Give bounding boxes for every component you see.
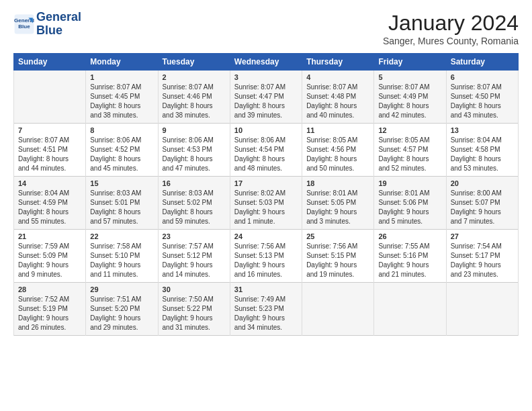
day-info: Sunrise: 8:07 AMSunset: 4:47 PMDaylight:…	[234, 83, 298, 120]
info-line: Sunrise: 8:06 AM	[234, 136, 285, 144]
page-container: General Blue General Blue January 2024 S…	[0, 0, 532, 342]
day-info: Sunrise: 8:05 AMSunset: 4:56 PMDaylight:…	[306, 136, 369, 173]
info-line: Daylight: 9 hours	[451, 261, 501, 269]
info-line: Sunrise: 7:59 AM	[18, 242, 69, 250]
info-line: Sunrise: 8:03 AM	[90, 189, 141, 197]
day-number: 22	[90, 232, 153, 240]
day-info: Sunrise: 8:07 AMSunset: 4:51 PMDaylight:…	[18, 136, 81, 173]
info-line: Sunset: 4:52 PM	[90, 146, 140, 153]
col-saturday: Saturday	[446, 54, 518, 71]
info-line: Sunset: 5:02 PM	[163, 199, 212, 206]
info-line: Sunset: 4:47 PM	[234, 93, 284, 100]
info-line: Sunset: 5:13 PM	[234, 252, 284, 259]
info-line: Daylight: 8 hours	[90, 208, 140, 216]
info-line: and 59 minutes.	[163, 218, 210, 225]
info-line: Daylight: 8 hours	[378, 155, 429, 163]
cell-w1-d4: 3Sunrise: 8:07 AMSunset: 4:47 PMDaylight…	[230, 71, 302, 124]
day-number: 15	[90, 179, 153, 187]
cell-w5-d1: 28Sunrise: 7:52 AMSunset: 5:19 PMDayligh…	[14, 283, 86, 336]
cell-w3-d5: 18Sunrise: 8:01 AMSunset: 5:05 PMDayligh…	[302, 177, 374, 230]
day-number: 9	[163, 126, 226, 134]
info-line: Sunset: 5:12 PM	[163, 252, 212, 259]
day-number: 8	[90, 126, 153, 134]
info-line: and 42 minutes.	[378, 111, 426, 119]
info-line: Daylight: 8 hours	[90, 155, 140, 163]
day-number: 30	[163, 285, 226, 293]
info-line: Sunrise: 8:07 AM	[234, 83, 285, 91]
info-line: and 3 minutes.	[306, 218, 351, 225]
cell-w1-d7: 6Sunrise: 8:07 AMSunset: 4:50 PMDaylight…	[446, 71, 518, 124]
info-line: and 50 minutes.	[306, 165, 354, 172]
info-line: and 38 minutes.	[163, 111, 210, 119]
info-line: Sunset: 5:06 PM	[378, 199, 428, 206]
info-line: Sunrise: 8:05 AM	[378, 136, 429, 144]
info-line: Sunset: 4:58 PM	[451, 146, 500, 153]
info-line: and 55 minutes.	[18, 218, 66, 225]
info-line: Sunset: 4:50 PM	[451, 93, 500, 100]
day-number: 11	[306, 126, 369, 134]
col-sunday: Sunday	[14, 54, 86, 71]
day-info: Sunrise: 7:54 AMSunset: 5:17 PMDaylight:…	[451, 242, 514, 279]
week-row-4: 21Sunrise: 7:59 AMSunset: 5:09 PMDayligh…	[14, 230, 519, 283]
info-line: and 53 minutes.	[451, 165, 498, 172]
day-info: Sunrise: 7:57 AMSunset: 5:12 PMDaylight:…	[163, 242, 226, 279]
cell-w5-d5	[302, 283, 374, 336]
cell-w3-d7: 20Sunrise: 8:00 AMSunset: 5:07 PMDayligh…	[446, 177, 518, 230]
week-row-5: 28Sunrise: 7:52 AMSunset: 5:19 PMDayligh…	[14, 283, 519, 336]
info-line: Daylight: 9 hours	[90, 261, 140, 269]
day-info: Sunrise: 8:00 AMSunset: 5:07 PMDaylight:…	[451, 189, 514, 226]
day-number: 2	[163, 73, 226, 81]
day-number: 1	[90, 73, 153, 81]
info-line: Daylight: 8 hours	[163, 208, 213, 216]
cell-w2-d5: 11Sunrise: 8:05 AMSunset: 4:56 PMDayligh…	[302, 124, 374, 177]
info-line: Sunrise: 8:07 AM	[163, 83, 214, 91]
col-wednesday: Wednesday	[230, 54, 302, 71]
info-line: Daylight: 9 hours	[90, 314, 140, 322]
info-line: Daylight: 8 hours	[451, 155, 501, 163]
info-line: Sunrise: 8:03 AM	[163, 189, 214, 197]
info-line: Sunrise: 8:07 AM	[90, 83, 141, 91]
info-line: Sunrise: 7:55 AM	[378, 242, 429, 250]
info-line: and 14 minutes.	[163, 271, 210, 278]
day-number: 7	[18, 126, 81, 134]
info-line: Sunset: 4:59 PM	[18, 199, 68, 206]
info-line: and 34 minutes.	[234, 324, 282, 331]
day-number: 19	[378, 179, 441, 187]
cell-w2-d1: 7Sunrise: 8:07 AMSunset: 4:51 PMDaylight…	[14, 124, 86, 177]
info-line: Sunrise: 8:07 AM	[18, 136, 69, 144]
info-line: Daylight: 9 hours	[18, 261, 69, 269]
info-line: Sunrise: 8:04 AM	[451, 136, 502, 144]
logo-line2: Blue	[36, 24, 81, 38]
info-line: Daylight: 8 hours	[451, 102, 501, 109]
day-number: 6	[451, 73, 514, 81]
info-line: Daylight: 8 hours	[163, 155, 213, 163]
info-line: Sunset: 4:46 PM	[163, 93, 212, 100]
day-number: 14	[18, 179, 81, 187]
calendar-body: 1Sunrise: 8:07 AMSunset: 4:45 PMDaylight…	[14, 71, 519, 336]
week-row-1: 1Sunrise: 8:07 AMSunset: 4:45 PMDaylight…	[14, 71, 519, 124]
info-line: Sunrise: 7:50 AM	[163, 295, 214, 303]
cell-w4-d6: 26Sunrise: 7:55 AMSunset: 5:16 PMDayligh…	[374, 230, 446, 283]
info-line: Daylight: 8 hours	[234, 102, 285, 109]
day-number: 28	[18, 285, 81, 293]
cell-w3-d6: 19Sunrise: 8:01 AMSunset: 5:06 PMDayligh…	[374, 177, 446, 230]
info-line: and 21 minutes.	[378, 271, 426, 278]
day-info: Sunrise: 8:01 AMSunset: 5:06 PMDaylight:…	[378, 189, 441, 226]
logo-line1: General	[36, 11, 81, 24]
info-line: Daylight: 9 hours	[18, 314, 69, 322]
logo: General Blue General Blue	[13, 11, 81, 38]
title-block: January 2024 Sanger, Mures County, Roman…	[383, 11, 519, 46]
info-line: Daylight: 9 hours	[163, 314, 213, 322]
info-line: Daylight: 9 hours	[234, 208, 285, 216]
info-line: and 39 minutes.	[234, 111, 282, 119]
info-line: Daylight: 8 hours	[18, 155, 69, 163]
cell-w4-d5: 25Sunrise: 7:56 AMSunset: 5:15 PMDayligh…	[302, 230, 374, 283]
day-number: 21	[18, 232, 81, 240]
col-thursday: Thursday	[302, 54, 374, 71]
calendar-header: Sunday Monday Tuesday Wednesday Thursday…	[14, 54, 519, 71]
col-friday: Friday	[374, 54, 446, 71]
day-info: Sunrise: 8:07 AMSunset: 4:45 PMDaylight:…	[90, 83, 153, 120]
cell-w4-d7: 27Sunrise: 7:54 AMSunset: 5:17 PMDayligh…	[446, 230, 518, 283]
cell-w1-d2: 1Sunrise: 8:07 AMSunset: 4:45 PMDaylight…	[86, 71, 158, 124]
info-line: Sunrise: 8:00 AM	[451, 189, 502, 197]
